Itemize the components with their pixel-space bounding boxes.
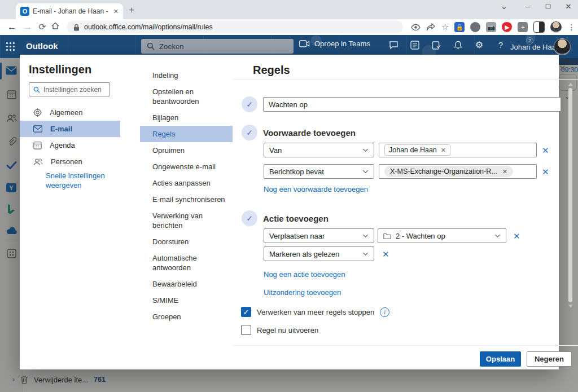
person-chip-label: Johan de Haan xyxy=(389,146,437,154)
category-synchroniseren[interactable]: E-mail synchroniseren xyxy=(140,191,233,208)
window-chevron-icon[interactable]: ⌄ xyxy=(496,2,513,11)
new-tab-button[interactable]: + xyxy=(129,5,134,16)
rule-name-input[interactable]: Wachten op xyxy=(263,97,561,112)
stop-processing-row: ✓ Verwerken van meer regels stoppen i xyxy=(241,307,389,317)
category-opstellen[interactable]: Opstellen en beantwoorden xyxy=(140,83,220,109)
browser-tab[interactable]: O E-mail - Johan de Haan - Outlook ✕ xyxy=(16,3,123,19)
todo-tasks-icon[interactable] xyxy=(426,41,447,50)
text-chip[interactable]: X-MS-Exchange-Organization-R... ✕ xyxy=(384,166,513,177)
browser-profile-avatar[interactable] xyxy=(550,21,562,33)
category-automatische[interactable]: Automatische antwoorden xyxy=(140,250,220,276)
bookmark-star-icon[interactable]: ☆ xyxy=(441,22,449,32)
category-regels[interactable]: Regels xyxy=(140,126,233,142)
step-check-icon: ✓ xyxy=(242,125,257,140)
eye-icon[interactable] xyxy=(411,23,421,32)
settings-dialog: Instellingen Instellingen zoeken Algemee… xyxy=(20,55,559,369)
add-exception-link[interactable]: Uitzondering toevoegen xyxy=(264,288,341,297)
category-bijlagen[interactable]: Bijlagen xyxy=(140,109,233,126)
envelope-icon xyxy=(33,125,42,133)
condition-type-value: Van xyxy=(269,146,282,155)
panel-title: Regels xyxy=(253,64,290,77)
window-maximize-button[interactable]: ▢ xyxy=(540,2,557,10)
condition-type-dropdown[interactable]: Van xyxy=(264,143,374,157)
owa-user-name[interactable]: Johan de Haan xyxy=(510,43,560,51)
category-indeling[interactable]: Indeling xyxy=(140,67,233,83)
forward-icon[interactable]: → xyxy=(21,21,34,33)
window-minimize-button[interactable]: – xyxy=(519,2,536,11)
app-launcher-icon[interactable] xyxy=(6,42,15,51)
window-close-button[interactable]: ✕ xyxy=(560,2,577,11)
folder-icon xyxy=(383,232,391,239)
reload-icon[interactable]: ⟳ xyxy=(36,21,49,33)
close-icon[interactable]: ✕ xyxy=(559,63,566,73)
lock-icon xyxy=(73,24,80,31)
owa-search-placeholder: Zoeken xyxy=(159,42,183,51)
remove-action-icon[interactable]: ✕ xyxy=(513,231,520,241)
home-icon[interactable] xyxy=(51,21,63,33)
screen: O E-mail - Johan de Haan - Outlook ✕ + ⌄… xyxy=(0,0,578,392)
folder-dropdown[interactable]: 2 - Wachten op xyxy=(378,228,506,243)
chip-remove-icon[interactable]: ✕ xyxy=(441,147,446,154)
teams-call-button[interactable]: Oproep in Teams xyxy=(299,39,370,48)
share-icon[interactable] xyxy=(426,23,436,32)
category-smime[interactable]: S/MIME xyxy=(140,292,233,309)
info-icon[interactable]: i xyxy=(380,307,389,317)
scrollbar-thumb[interactable] xyxy=(568,88,572,302)
settings-search-input[interactable]: Instellingen zoeken xyxy=(29,82,110,96)
owa-user-avatar[interactable] xyxy=(554,38,571,55)
scroll-down-icon[interactable] xyxy=(568,305,573,307)
condition-value-field[interactable]: Johan de Haan ✕ xyxy=(379,143,537,157)
action-type-dropdown[interactable]: Verplaatsen naar xyxy=(264,228,374,243)
category-ongewenste[interactable]: Ongewenste e-mail xyxy=(140,158,233,175)
category-doorsturen[interactable]: Doorsturen xyxy=(140,234,233,250)
owa-search-bar[interactable]: Zoeken xyxy=(141,39,294,54)
add-action-link[interactable]: Nog een actie toevoegen xyxy=(264,270,345,279)
discard-button[interactable]: Negeren xyxy=(527,351,572,367)
category-acties[interactable]: Acties aanpassen xyxy=(140,175,233,191)
owa-app-name[interactable]: Outlook xyxy=(26,41,58,51)
category-bewaarbeleid[interactable]: Bewaarbeleid xyxy=(140,276,233,292)
extension-darkmode-icon[interactable] xyxy=(533,21,545,33)
quick-settings-link[interactable]: Snelle instellingen weergeven xyxy=(46,171,113,190)
calendar-icon xyxy=(33,141,42,149)
step-check-icon: ✓ xyxy=(242,96,257,112)
bell-icon[interactable] xyxy=(447,41,468,50)
tab-close-icon[interactable]: ✕ xyxy=(113,8,119,15)
category-verwerking[interactable]: Verwerking van berichten xyxy=(140,208,233,234)
category-opruimen[interactable]: Opruimen xyxy=(140,142,233,158)
sidebar-item-personen[interactable]: Personen xyxy=(20,153,120,170)
sidebar-item-algemeen[interactable]: Algemeen xyxy=(20,104,120,121)
extension-puzzle-icon[interactable]: + xyxy=(518,22,528,32)
remove-condition-icon[interactable]: ✕ xyxy=(542,167,549,177)
save-button[interactable]: Opslaan xyxy=(480,351,521,367)
run-now-label: Regel nu uitvoeren xyxy=(257,326,318,334)
remove-condition-icon[interactable]: ✕ xyxy=(542,146,549,156)
onenote-feed-icon[interactable] xyxy=(404,41,426,50)
back-icon[interactable]: ← xyxy=(6,21,18,33)
condition-type-dropdown[interactable]: Berichtkop bevat xyxy=(264,164,374,179)
person-chip[interactable]: Johan de Haan ✕ xyxy=(384,144,450,156)
extension-camera-icon[interactable]: 📷 xyxy=(486,22,496,32)
category-groepen[interactable]: Groepen xyxy=(140,309,233,325)
extension-password-icon[interactable]: 🔒 xyxy=(454,22,465,32)
scroll-up-icon[interactable] xyxy=(568,83,573,86)
browser-menu-icon[interactable]: ⋮ xyxy=(567,23,575,32)
extension-circle-icon[interactable] xyxy=(470,22,480,32)
chip-remove-icon[interactable]: ✕ xyxy=(502,168,507,175)
extension-shield-icon[interactable]: ▶ xyxy=(502,22,512,32)
help-icon[interactable]: ? xyxy=(490,40,511,50)
run-now-checkbox[interactable] xyxy=(241,325,251,335)
condition-value-field[interactable]: X-MS-Exchange-Organization-R... ✕ xyxy=(379,164,537,179)
chat-icon[interactable] xyxy=(383,41,404,50)
stop-processing-checkbox[interactable]: ✓ xyxy=(241,307,251,317)
add-condition-link[interactable]: Nog een voorwaarde toevoegen xyxy=(264,185,368,193)
chevron-down-icon xyxy=(362,170,369,174)
remove-action-icon[interactable]: ✕ xyxy=(382,249,389,259)
sidebar-item-agenda[interactable]: Agenda xyxy=(20,137,120,153)
url-bar[interactable]: outlook.office.com/mail/options/mail/rul… xyxy=(67,21,403,33)
action-type-dropdown[interactable]: Markeren als gelezen xyxy=(264,246,374,261)
sidebar-item-email[interactable]: E-mail xyxy=(20,121,120,137)
panel-scrollbar[interactable] xyxy=(568,83,573,345)
settings-sidebar: Instellingen Instellingen zoeken Algemee… xyxy=(20,55,120,369)
settings-gear-icon[interactable]: ⚙ xyxy=(468,39,490,50)
